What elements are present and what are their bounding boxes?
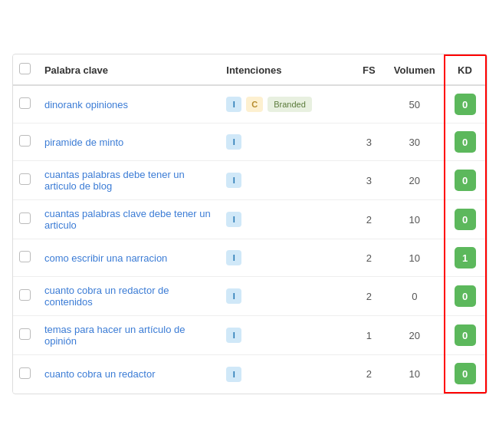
keyword-link[interactable]: cuanto cobra un redactor de contenidos [44, 285, 169, 308]
keyword-link[interactable]: como escribir una narracion [44, 252, 167, 264]
row-checkbox-cell [13, 124, 38, 161]
fs-value: 1 [366, 330, 372, 341]
table-row: cuantas palabras clave debe tener un art… [13, 200, 486, 239]
volumen-cell: 20 [386, 316, 445, 355]
volumen-value: 0 [412, 291, 417, 302]
keyword-cell: cuantas palabras clave debe tener un art… [38, 200, 220, 239]
volumen-value: 10 [409, 214, 420, 226]
fs-cell: 2 [353, 239, 386, 277]
intent-badge-i: I [226, 288, 241, 304]
keyword-link[interactable]: piramide de minto [44, 137, 123, 148]
table-row: temas para hacer un artículo de opiniónI… [13, 316, 486, 355]
keyword-link[interactable]: temas para hacer un artículo de opinión [44, 324, 185, 347]
intenciones-cell: I [220, 355, 353, 394]
keyword-cell: dinorank opiniones [38, 85, 220, 124]
keyword-link[interactable]: dinorank opiniones [44, 99, 128, 110]
kd-cell: 0 [445, 124, 486, 161]
keyword-cell: cuanto cobra un redactor de contenidos [38, 277, 220, 316]
kd-badge: 0 [455, 363, 476, 384]
volumen-cell: 10 [386, 239, 445, 277]
fs-cell: 3 [353, 161, 386, 200]
kd-badge: 0 [455, 209, 476, 230]
volumen-cell: 30 [386, 124, 445, 161]
row-checkbox[interactable] [19, 97, 31, 109]
header-volumen: Volumen [386, 55, 445, 85]
volumen-value: 20 [409, 330, 420, 341]
fs-cell: 3 [353, 124, 386, 161]
row-checkbox-cell [13, 85, 38, 124]
kd-badge: 1 [455, 247, 476, 268]
intenciones-cell: I [220, 124, 353, 161]
fs-cell: 2 [353, 200, 386, 239]
fs-value: 2 [366, 214, 372, 226]
intent-badge-i: I [226, 212, 241, 227]
intenciones-cell: I [220, 239, 353, 277]
row-checkbox-cell [13, 277, 38, 316]
fs-value: 3 [366, 137, 372, 148]
keyword-link[interactable]: cuanto cobra un redactor [44, 368, 156, 380]
row-checkbox-cell [13, 200, 38, 239]
intent-badge-i: I [226, 328, 241, 343]
keyword-cell: como escribir una narracion [38, 239, 220, 277]
row-checkbox[interactable] [19, 173, 31, 185]
intent-badge-i: I [226, 134, 241, 150]
fs-value: 2 [366, 368, 372, 380]
keyword-link[interactable]: cuantas palabras clave debe tener un art… [44, 208, 211, 231]
kd-badge: 0 [455, 131, 476, 153]
kd-badge: 0 [455, 170, 476, 191]
fs-cell [353, 85, 386, 124]
table-row: cuanto cobra un redactor de contenidosI2… [13, 277, 486, 316]
fs-value: 2 [366, 291, 372, 302]
fs-cell: 2 [353, 355, 386, 394]
kd-cell: 0 [445, 200, 486, 239]
intent-badge-i: I [226, 173, 241, 188]
select-all-checkbox[interactable] [19, 63, 31, 74]
intent-badge-i: I [226, 367, 241, 382]
fs-value: 3 [366, 175, 372, 186]
row-checkbox-cell [13, 316, 38, 355]
intent-badge-branded: Branded [268, 97, 312, 112]
keyword-link[interactable]: cuantas palabras debe tener un articulo … [44, 169, 185, 192]
table-row: cuanto cobra un redactorI2100 [13, 355, 486, 394]
kd-cell: 0 [445, 85, 486, 124]
keyword-cell: cuantas palabras debe tener un articulo … [38, 161, 220, 200]
intent-badge-c: C [246, 97, 263, 112]
keyword-cell: temas para hacer un artículo de opinión [38, 316, 220, 355]
volumen-value: 20 [409, 175, 420, 186]
kd-cell: 0 [445, 277, 486, 316]
intent-badge-i: I [226, 97, 241, 112]
kd-badge: 0 [455, 285, 476, 307]
row-checkbox-cell [13, 355, 38, 394]
intenciones-cell: I [220, 161, 353, 200]
table-row: cuantas palabras debe tener un articulo … [13, 161, 486, 200]
keyword-cell: cuanto cobra un redactor [38, 355, 220, 394]
volumen-value: 10 [409, 252, 420, 264]
intent-badge-i: I [226, 250, 241, 265]
volumen-value: 50 [409, 99, 420, 110]
intenciones-cell: I [220, 200, 353, 239]
row-checkbox[interactable] [19, 135, 31, 147]
kd-badge: 0 [455, 94, 476, 115]
intenciones-cell: I [220, 316, 353, 355]
volumen-cell: 10 [386, 200, 445, 239]
row-checkbox[interactable] [19, 289, 31, 301]
fs-cell: 1 [353, 316, 386, 355]
kd-cell: 1 [445, 239, 486, 277]
row-checkbox[interactable] [19, 328, 31, 340]
row-checkbox[interactable] [19, 212, 31, 224]
row-checkbox[interactable] [19, 251, 31, 262]
header-kd: KD [445, 55, 486, 85]
row-checkbox[interactable] [19, 367, 31, 379]
table-row: como escribir una narracionI2101 [13, 239, 486, 277]
header-fs: FS [353, 55, 386, 85]
fs-value: 2 [366, 252, 372, 264]
keyword-cell: piramide de minto [38, 124, 220, 161]
volumen-value: 30 [409, 137, 420, 148]
fs-cell: 2 [353, 277, 386, 316]
volumen-cell: 10 [386, 355, 445, 394]
volumen-cell: 0 [386, 277, 445, 316]
kd-cell: 0 [445, 355, 486, 394]
intenciones-cell: ICBranded [220, 85, 353, 124]
volumen-cell: 50 [386, 85, 445, 124]
volumen-value: 10 [409, 368, 420, 380]
